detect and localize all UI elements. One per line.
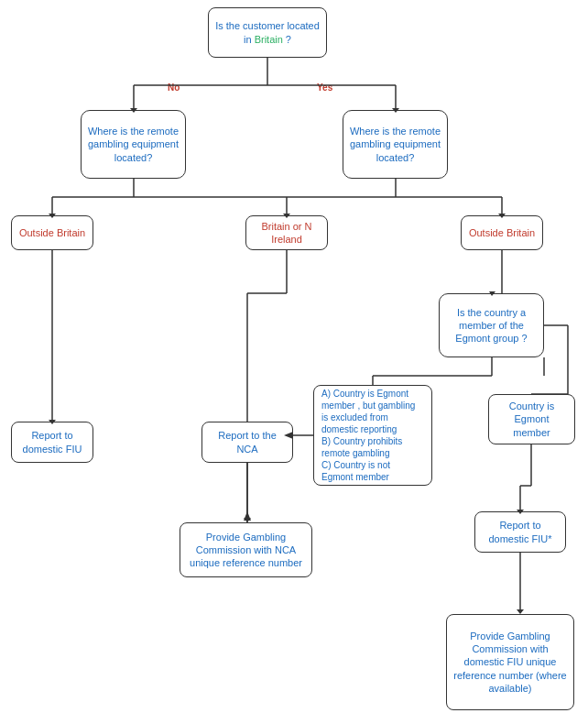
egmont-question-node: Is the country a member of the Egmont gr… — [439, 293, 544, 357]
no-label: No — [168, 82, 180, 93]
egmont-member-node: Country is Egmont member — [488, 394, 575, 444]
provide-nca-text: Provide Gambling Commission with NCA uni… — [186, 531, 306, 570]
outside-britain-right-text: Outside Britain — [469, 226, 535, 239]
report-nca-text: Report to the NCA — [208, 429, 287, 455]
egmont-question-text: Is the country a member of the Egmont gr… — [445, 306, 538, 346]
flowchart: Is the customer located in Britain ? Whe… — [0, 0, 588, 724]
report-domestic-right-node: Report to domestic FIU* — [474, 511, 566, 553]
left-question-node: Where is the remote gambling equipment l… — [81, 110, 186, 179]
outside-britain-left-node: Outside Britain — [11, 215, 93, 250]
report-domestic-left-text: Report to domestic FIU — [17, 429, 87, 455]
britain-nireland-text: Britain or N Ireland — [252, 220, 321, 247]
britain-nireland-node: Britain or N Ireland — [245, 215, 328, 250]
report-domestic-left-node: Report to domestic FIU — [11, 422, 93, 463]
outside-britain-right-node: Outside Britain — [461, 215, 543, 250]
report-nca-node: Report to the NCA — [201, 422, 293, 463]
report-domestic-right-text: Report to domestic FIU* — [481, 519, 560, 545]
egmont-member-text: Country is Egmont member — [495, 400, 569, 439]
start-text: Is the customer located in Britain ? — [214, 19, 321, 46]
right-question-node: Where is the remote gambling equipment l… — [343, 110, 448, 179]
left-question-text: Where is the remote gambling equipment l… — [87, 125, 180, 164]
right-question-text: Where is the remote gambling equipment l… — [349, 125, 441, 164]
provide-fiu-text: Provide Gambling Commission with domesti… — [452, 630, 568, 695]
outside-britain-left-text: Outside Britain — [19, 226, 85, 239]
provide-fiu-node: Provide Gambling Commission with domesti… — [446, 614, 574, 710]
provide-nca-node: Provide Gambling Commission with NCA uni… — [180, 522, 312, 577]
svg-marker-27 — [244, 511, 251, 521]
yes-label: Yes — [317, 82, 332, 93]
start-node: Is the customer located in Britain ? — [208, 7, 327, 58]
abc-text: A) Country is Egmont member , but gambli… — [321, 388, 424, 483]
abc-node: A) Country is Egmont member , but gambli… — [313, 385, 432, 486]
